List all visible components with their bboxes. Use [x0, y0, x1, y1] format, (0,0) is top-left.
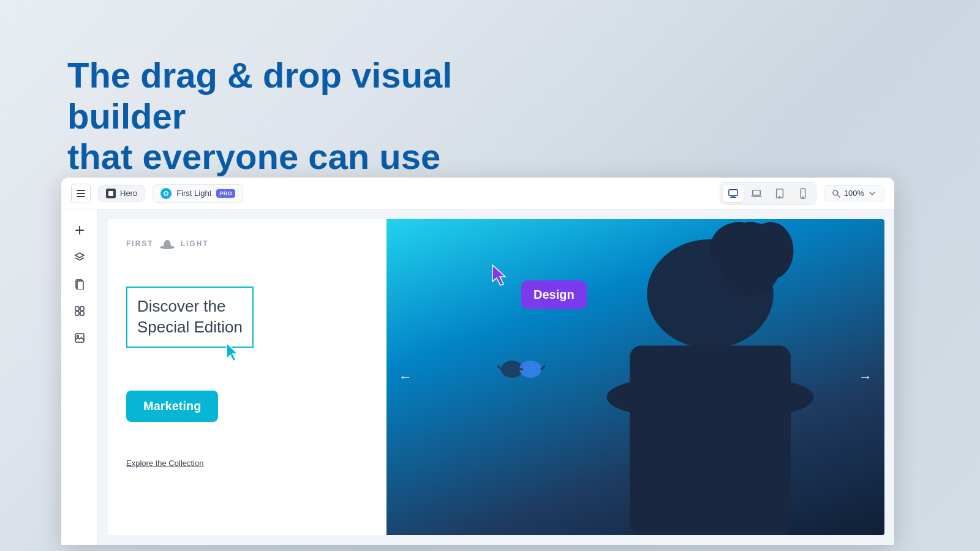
svg-rect-35	[630, 345, 791, 535]
hero-section: The drag & drop visual builder that ever…	[67, 55, 527, 178]
pages-button[interactable]	[69, 273, 91, 295]
svg-point-2	[165, 192, 167, 195]
breadcrumb[interactable]: Hero	[98, 185, 145, 202]
desktop-view-button[interactable]	[723, 185, 744, 202]
silhouette	[536, 219, 884, 535]
page-tab[interactable]: First Light PRO	[153, 184, 243, 203]
svg-rect-19	[80, 307, 84, 310]
text-selection-box[interactable]: Discover the Special Edition	[126, 287, 254, 348]
svg-rect-6	[752, 190, 760, 195]
breadcrumb-label: Hero	[120, 189, 137, 198]
hero-headline: The drag & drop visual builder that ever…	[67, 55, 527, 178]
tablet-view-button[interactable]	[769, 185, 790, 202]
svg-rect-20	[75, 312, 79, 315]
pro-badge: PRO	[216, 189, 235, 198]
svg-point-36	[607, 380, 699, 414]
page-tab-icon	[160, 188, 172, 199]
svg-rect-0	[108, 191, 113, 196]
svg-line-12	[837, 195, 840, 197]
svg-rect-21	[80, 312, 84, 315]
editor-area: FIRST LIGHT Discover the	[61, 209, 894, 545]
canvas-content: FIRST LIGHT Discover the	[108, 219, 884, 535]
svg-point-37	[722, 380, 813, 414]
builder-window: Hero First Light PRO	[61, 178, 894, 545]
layers-button[interactable]	[69, 246, 91, 268]
design-badge: Design	[521, 280, 587, 309]
device-controls	[720, 182, 816, 205]
toolbar: Hero First Light PRO	[61, 178, 894, 209]
zoom-label: 100%	[844, 189, 864, 198]
left-sidebar	[61, 209, 98, 545]
breadcrumb-icon	[106, 189, 116, 198]
svg-rect-3	[729, 189, 737, 195]
svg-point-10	[802, 197, 803, 197]
nav-left-button[interactable]: ←	[399, 369, 412, 385]
svg-marker-15	[75, 253, 84, 258]
decoration-glasses	[497, 342, 546, 393]
marketing-button[interactable]: Marketing	[126, 391, 218, 422]
nav-right-button[interactable]: →	[859, 369, 872, 385]
svg-rect-18	[75, 307, 79, 310]
content-right: Design	[386, 219, 884, 535]
cursor-arrow-left	[224, 340, 244, 366]
canvas-headline: Discover the Special Edition	[137, 296, 243, 338]
svg-point-8	[779, 196, 780, 197]
cursor-arrow-right	[489, 262, 511, 290]
svg-line-28	[541, 366, 545, 369]
page-name-label: First Light	[176, 189, 211, 198]
assets-button[interactable]	[69, 327, 91, 349]
widgets-button[interactable]	[69, 300, 91, 322]
first-light-logo: FIRST LIGHT	[126, 238, 368, 250]
logo-text-right: LIGHT	[181, 239, 209, 248]
svg-point-33	[710, 222, 767, 274]
mobile-view-button[interactable]	[793, 185, 813, 202]
canvas-area: FIRST LIGHT Discover the	[98, 209, 894, 545]
zoom-control[interactable]: 100%	[824, 185, 884, 201]
logo-text-left: FIRST	[126, 239, 154, 248]
laptop-view-button[interactable]	[746, 185, 767, 202]
svg-line-27	[498, 366, 501, 369]
menu-button[interactable]	[71, 184, 91, 203]
content-left: FIRST LIGHT Discover the	[108, 219, 386, 535]
explore-link[interactable]: Explore the Collection	[126, 457, 368, 468]
add-element-button[interactable]	[69, 219, 91, 241]
svg-rect-17	[77, 281, 83, 290]
